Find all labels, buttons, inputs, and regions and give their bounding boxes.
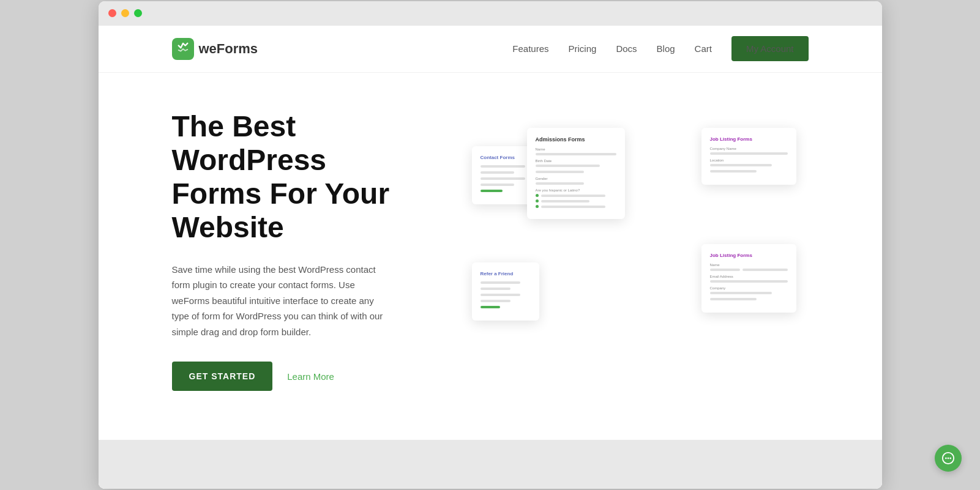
bullet-row <box>536 205 616 208</box>
nav-cart[interactable]: Cart <box>695 43 712 54</box>
hero-left: The Best WordPress Forms For Your Websit… <box>172 110 417 391</box>
field-line <box>536 182 584 185</box>
bullet-dot <box>536 194 539 197</box>
nav-pricing[interactable]: Pricing <box>569 43 597 54</box>
admissions-field-name: Name <box>536 147 616 151</box>
form-card-job2-title: Job Listing Forms <box>710 253 788 258</box>
traffic-light-maximize[interactable] <box>134 9 142 17</box>
job2-company: Company <box>710 286 788 290</box>
svg-point-1 <box>945 458 947 459</box>
logo[interactable]: weForms <box>172 38 258 60</box>
field-line-blue <box>481 190 503 192</box>
hero-right: Contact Forms Admissions Forms Name Birt… <box>454 122 809 379</box>
field-line <box>710 269 740 271</box>
footer-bar <box>99 440 882 489</box>
get-started-button[interactable]: GET STARTED <box>172 362 273 391</box>
field-line-blue <box>481 306 501 308</box>
logo-text: weForms <box>199 41 258 57</box>
chat-icon <box>941 451 955 465</box>
hero-title: The Best WordPress Forms For Your Websit… <box>172 110 417 245</box>
svg-point-3 <box>949 458 951 459</box>
field-line <box>536 165 600 167</box>
browser-window: weForms Features Pricing Docs Blog Cart … <box>99 1 882 489</box>
form-card-job1: Job Listing Forms Company Name Location <box>701 128 796 185</box>
bullet-row <box>536 199 616 202</box>
browser-chrome <box>99 1 882 26</box>
bullet-dot <box>536 199 539 202</box>
form-card-job1-title: Job Listing Forms <box>710 136 788 142</box>
field-line <box>541 195 606 197</box>
field-line <box>536 153 616 155</box>
admissions-field-gender: Gender <box>536 177 616 180</box>
bullet-row <box>536 194 616 197</box>
field-line <box>481 171 514 174</box>
field-line <box>481 288 511 290</box>
field-line <box>536 171 584 173</box>
field-line <box>710 292 772 294</box>
nav-docs[interactable]: Docs <box>616 43 637 54</box>
field-line <box>710 152 788 155</box>
admissions-field-dob: Birth Date <box>536 159 616 163</box>
field-line <box>481 281 521 284</box>
logo-svg <box>176 42 190 56</box>
admissions-field-hispanic: Are you hispanic or Latino? <box>536 188 616 192</box>
form-card-admissions-title: Admissions Forms <box>536 136 616 143</box>
nav-links: Features Pricing Docs Blog Cart My Accou… <box>512 43 808 54</box>
hero-description: Save time while using the best WordPress… <box>172 262 392 340</box>
job2-name: Name <box>710 263 788 267</box>
field-line <box>481 177 526 180</box>
traffic-light-close[interactable] <box>108 9 116 17</box>
field-line <box>481 300 511 302</box>
job1-location: Location <box>710 158 788 162</box>
page-content: weForms Features Pricing Docs Blog Cart … <box>99 26 882 489</box>
form-card-refer: Refer a Friend <box>472 262 539 321</box>
field-line <box>710 298 757 300</box>
nav-features[interactable]: Features <box>512 43 548 54</box>
field-line <box>481 165 526 168</box>
field-line <box>541 206 606 208</box>
traffic-light-minimize[interactable] <box>121 9 129 17</box>
chat-widget[interactable] <box>935 445 962 472</box>
field-line <box>541 200 589 202</box>
logo-icon <box>172 38 194 60</box>
hero-actions: GET STARTED Learn More <box>172 362 417 391</box>
svg-point-2 <box>948 458 949 459</box>
navbar: weForms Features Pricing Docs Blog Cart … <box>99 26 882 73</box>
field-line <box>710 170 757 173</box>
hero-section: The Best WordPress Forms For Your Websit… <box>99 73 882 440</box>
nav-blog[interactable]: Blog <box>657 43 675 54</box>
learn-more-link[interactable]: Learn More <box>287 371 334 382</box>
field-line <box>710 164 772 166</box>
job1-company: Company Name <box>710 147 788 150</box>
job2-email: Email Address <box>710 275 788 278</box>
my-account-button[interactable]: My Account <box>731 36 809 61</box>
form-card-refer-title: Refer a Friend <box>481 271 531 277</box>
field-line <box>710 280 788 283</box>
bullet-dot <box>536 205 539 208</box>
field-line <box>742 269 788 271</box>
field-line <box>481 294 521 296</box>
field-line <box>481 184 514 186</box>
form-card-job2: Job Listing Forms Name Email Address Com… <box>701 244 796 313</box>
form-card-admissions: Admissions Forms Name Birth Date Gender … <box>527 128 625 219</box>
